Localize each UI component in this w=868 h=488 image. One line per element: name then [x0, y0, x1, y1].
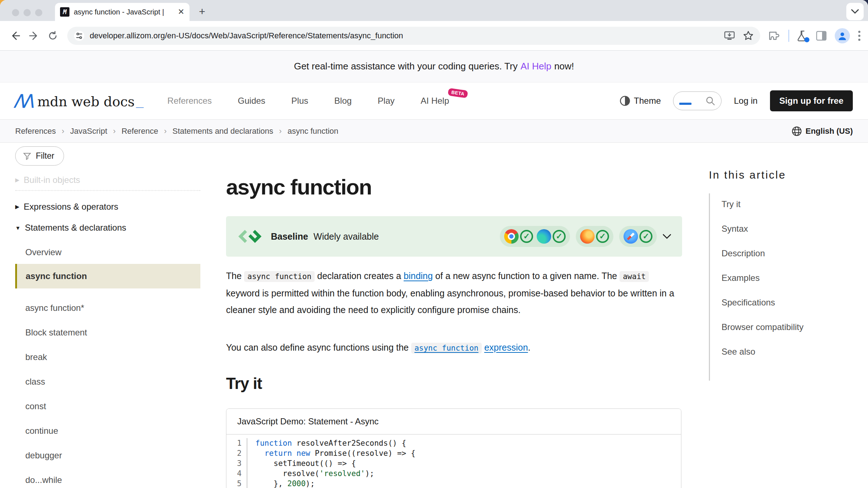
toc-item: Examples [722, 273, 854, 283]
ai-help-link[interactable]: AI Help [520, 61, 551, 72]
profile-avatar[interactable] [835, 28, 850, 43]
toc-title: In this article [709, 169, 854, 181]
toc-list: Try itSyntaxDescriptionExamplesSpecifica… [709, 193, 854, 381]
inline-link[interactable]: expression [484, 342, 528, 352]
baseline-pill-safari: ✓ [619, 226, 657, 247]
bookmark-star-icon[interactable] [743, 30, 754, 41]
sidebar-section-toggle[interactable]: ▶Built-in objects [15, 175, 200, 185]
sidebar-item-async-function[interactable]: async function [15, 264, 200, 288]
toc-link-examples[interactable]: Examples [722, 273, 760, 283]
signup-button[interactable]: Sign up for free [770, 90, 853, 111]
breadcrumb-item[interactable]: async function [288, 127, 339, 136]
forward-button[interactable] [26, 28, 42, 44]
breadcrumb-item[interactable]: Reference [122, 127, 158, 136]
tab-search-button[interactable] [846, 3, 864, 20]
sidebar-item-block-statement[interactable]: Block statement [25, 328, 200, 338]
nav-ai-help[interactable]: AI HelpBETA [421, 96, 449, 106]
mdn-logo[interactable]: /\/\ mdn web docs _ [15, 92, 144, 110]
promo-text-pre: Get real-time assistance with your codin… [294, 61, 518, 72]
theme-toggle[interactable]: Theme [620, 95, 661, 106]
demo-title: JavaScript Demo: Statement - Async [226, 409, 681, 435]
toc-link-description[interactable]: Description [722, 248, 765, 258]
toc-link-try-it[interactable]: Try it [722, 199, 740, 209]
intro-paragraph: The async function declaration creates a… [226, 267, 675, 318]
toc-link-specifications[interactable]: Specifications [722, 297, 775, 307]
breadcrumb-item[interactable]: References [15, 127, 56, 136]
breadcrumb-item[interactable]: Statements and declarations [173, 127, 273, 136]
window-controls[interactable] [12, 9, 42, 16]
sidebar-item-continue[interactable]: continue [25, 426, 200, 436]
toc-item: Syntax [722, 224, 854, 234]
sidebar-divider [15, 190, 200, 191]
tab-strip: M async function - JavaScript | ✕ + [0, 0, 868, 21]
login-link[interactable]: Log in [734, 96, 757, 106]
filter-label: Filter [36, 151, 54, 161]
url-bar[interactable]: developer.allizom.org/en-US/docs/Web/Jav… [67, 27, 760, 45]
tab-title: async function - JavaScript | [74, 8, 175, 16]
url-text[interactable]: developer.allizom.org/en-US/docs/Web/Jav… [90, 31, 720, 40]
toc-link-syntax[interactable]: Syntax [722, 224, 748, 234]
mdn-favicon: M [60, 7, 69, 17]
baseline-expand-chevron-icon[interactable] [663, 234, 671, 239]
sidebar-section-toggle[interactable]: ▼Statements & declarations [15, 223, 200, 233]
breadcrumb-separator: › [164, 127, 166, 136]
browser-tab[interactable]: M async function - JavaScript | ✕ [55, 3, 190, 21]
search-icon [705, 96, 715, 106]
toc-item: Try it [722, 199, 854, 209]
inline-code-link[interactable]: async function [411, 343, 482, 354]
maximize-window-button[interactable] [35, 9, 42, 16]
baseline-browser-support: ✓ ✓ ✓ ✓ [500, 226, 671, 247]
toc-link-see-also[interactable]: See also [722, 347, 755, 356]
new-tab-button[interactable]: + [199, 5, 205, 18]
firefox-icon [580, 229, 595, 244]
minimize-window-button[interactable] [24, 9, 31, 16]
search-input[interactable] [673, 91, 722, 110]
locale-switcher[interactable]: English (US) [792, 126, 853, 136]
filter-button[interactable]: Filter [15, 146, 64, 166]
breadcrumb-item[interactable]: JavaScript [70, 127, 107, 136]
toc-item: Browser compatibility [722, 322, 854, 332]
extensions-icon[interactable] [769, 30, 780, 42]
tab-close-icon[interactable]: ✕ [178, 7, 184, 17]
promo-text-post: now! [554, 61, 574, 72]
globe-icon [792, 126, 802, 136]
back-button[interactable] [7, 28, 23, 44]
line-numbers: 123456 [226, 438, 247, 488]
sidebar-item-async-function-[interactable]: async function* [25, 303, 200, 313]
install-app-icon[interactable] [724, 31, 735, 41]
main-nav: ReferencesGuidesPlusBlogPlayAI HelpBETA [167, 96, 449, 106]
sidebar-item-break[interactable]: break [25, 352, 200, 362]
nav-references[interactable]: References [167, 96, 212, 106]
site-settings-icon[interactable] [74, 30, 85, 41]
toc-link-browser-compatibility[interactable]: Browser compatibility [722, 322, 804, 332]
sidebar-item-debugger[interactable]: debugger [25, 450, 200, 461]
nav-guides[interactable]: Guides [238, 96, 265, 106]
baseline-pill-chromium: ✓ ✓ [500, 226, 570, 247]
content-area: Filter ▶Built-in objects▶Expressions & o… [0, 143, 868, 488]
site-header: /\/\ mdn web docs _ ReferencesGuidesPlus… [0, 82, 868, 119]
close-window-button[interactable] [12, 9, 19, 16]
nav-play[interactable]: Play [378, 96, 395, 106]
edge-supported-check-icon: ✓ [553, 230, 566, 243]
breadcrumb-bar: References›JavaScript›Reference›Statemen… [0, 119, 868, 143]
sidebar-item-overview[interactable]: Overview [25, 247, 200, 257]
nav-blog[interactable]: Blog [334, 96, 352, 106]
beta-badge: BETA [448, 88, 468, 98]
sidebar-item-class[interactable]: class [25, 377, 200, 387]
breadcrumb-separator: › [279, 127, 282, 136]
browser-toolbar: developer.allizom.org/en-US/docs/Web/Jav… [0, 21, 868, 51]
promo-banner: Get real-time assistance with your codin… [0, 51, 868, 82]
code-editor[interactable]: 123456 function resolveAfter2Seconds() {… [226, 435, 681, 488]
breadcrumb-separator: › [113, 127, 116, 136]
menu-kebab-icon[interactable] [858, 30, 861, 42]
reload-button[interactable] [45, 28, 61, 44]
labs-button[interactable] [797, 30, 808, 42]
sidebar-section-toggle[interactable]: ▶Expressions & operators [15, 202, 200, 212]
inline-link[interactable]: binding [404, 271, 433, 281]
code-lines[interactable]: function resolveAfter2Seconds() { return… [247, 438, 416, 488]
nav-plus[interactable]: Plus [292, 96, 309, 106]
sidebar-item-do-while[interactable]: do...while [25, 475, 200, 485]
sidebar-item-const[interactable]: const [25, 401, 200, 411]
side-panel-icon[interactable] [816, 30, 827, 41]
baseline-pill-firefox: ✓ [576, 226, 613, 247]
